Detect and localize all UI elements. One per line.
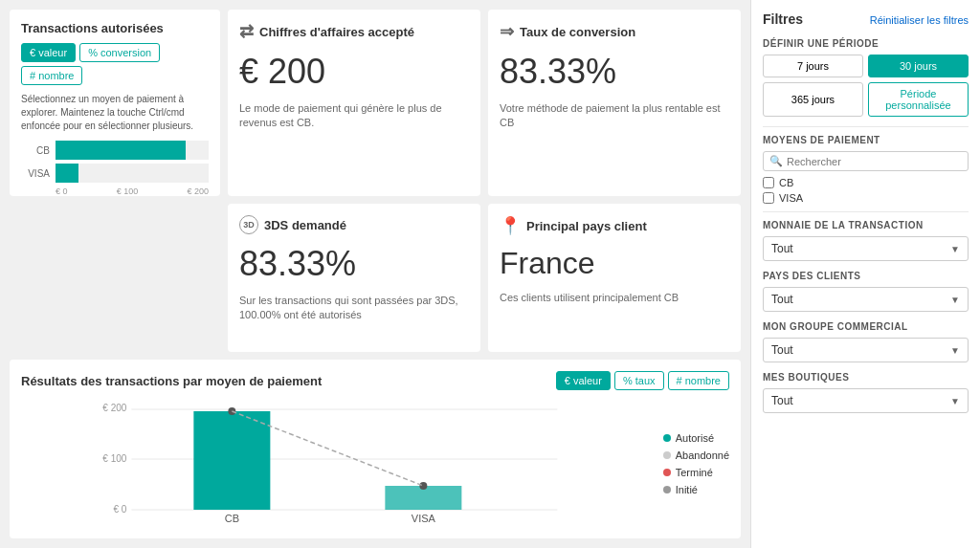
legend-abandonne: Abandonné [663, 449, 729, 461]
taux-title: ⇒ Taux de conversion [500, 21, 729, 42]
svg-text:CB: CB [225, 513, 239, 524]
group-select[interactable]: Tout ▼ [763, 338, 969, 362]
country-section-label: PAYS DES CLIENTS [763, 271, 969, 281]
country-arrow: ▼ [950, 295, 960, 305]
payment-search-box[interactable]: 🔍 [763, 151, 969, 171]
search-icon: 🔍 [769, 155, 783, 167]
chart-svg-container: € 200 € 100 € 0 [21, 400, 654, 527]
chart-controls: € valeur % taux # nombre [556, 371, 729, 390]
chart-rate-btn[interactable]: % taux [614, 371, 664, 390]
sidebar: Filtres Réinitialiser les filtres DÉFINI… [750, 0, 980, 548]
divider-2 [763, 211, 969, 212]
search-input[interactable] [787, 156, 962, 167]
group-arrow: ▼ [950, 345, 960, 356]
divider-1 [763, 126, 969, 127]
shops-section-label: MES BOUTIQUES [763, 372, 969, 383]
pays-title: 📍 Principal pays client [500, 215, 729, 236]
payment-visa-checkbox[interactable] [763, 192, 774, 204]
payment-cb-checkbox[interactable] [763, 177, 774, 188]
pays-value: France [500, 246, 729, 281]
chart-legend: Autorisé Abandonné Terminé Initié [663, 400, 729, 527]
taux-icon: ⇒ [500, 21, 514, 42]
country-value: Tout [771, 293, 793, 306]
mini-bar-chart: CB VISA € 0 € 100 € 200 [21, 141, 209, 196]
shops-select[interactable]: Tout ▼ [763, 388, 969, 413]
selection-description: Sélectionnez un moyen de paiement à expl… [21, 93, 209, 133]
pays-card: 📍 Principal pays client France Ces clien… [488, 204, 741, 352]
bottom-chart-title: Résultats des transactions par moyen de … [21, 374, 322, 388]
bottom-chart-header: Résultats des transactions par moyen de … [21, 371, 729, 390]
sidebar-header: Filtres Réinitialiser les filtres [763, 11, 969, 29]
bar-chart-svg: € 200 € 100 € 0 [21, 400, 654, 524]
bottom-chart-card: Résultats des transactions par moyen de … [10, 360, 741, 538]
payment-visa-item: VISA [763, 192, 969, 204]
filter-buttons: € valeur % conversion # nombre [21, 43, 209, 85]
legend-termine: Terminé [663, 467, 729, 478]
svg-text:€ 0: € 0 [113, 504, 126, 515]
chart-area: € 200 € 100 € 0 [21, 400, 729, 527]
tds-desc: Sur les transactions qui sont passées pa… [239, 294, 469, 323]
bar-cb [56, 141, 186, 160]
filter-conversion-btn[interactable]: % conversion [79, 43, 160, 62]
transactions-card: Transactions autorisées € valeur % conve… [10, 10, 220, 196]
group-section-label: MON GROUPE COMMERCIAL [763, 321, 969, 332]
currency-select[interactable]: Tout ▼ [763, 236, 969, 261]
tds-icon: 3D [239, 215, 258, 234]
currency-section-label: MONNAIE DE LA TRANSACTION [763, 220, 969, 230]
sidebar-title: Filtres [763, 11, 803, 27]
currency-value: Tout [771, 242, 793, 255]
currency-arrow: ▼ [950, 244, 960, 254]
payment-section-label: MOYENS DE PAIEMENT [763, 135, 969, 145]
period-section-label: DÉFINIR UNE PÉRIODE [763, 38, 969, 49]
legend-dot-autorise [663, 434, 671, 442]
legend-initie: Initié [663, 484, 729, 495]
tds-title: 3D 3DS demandé [239, 215, 469, 234]
svg-text:VISA: VISA [412, 513, 436, 524]
period-7-days[interactable]: 7 jours [763, 55, 863, 77]
chart-axis: € 0 € 100 € 200 [21, 186, 209, 196]
legend-dot-abandonne [663, 451, 671, 459]
payment-cb-item: CB [763, 177, 969, 188]
chart-count-btn[interactable]: # nombre [668, 371, 729, 390]
legend-dot-termine [663, 469, 671, 476]
pays-icon: 📍 [500, 215, 521, 236]
chiffres-desc: Le mode de paiement qui génère le plus d… [239, 101, 469, 131]
shops-arrow: ▼ [950, 396, 960, 406]
period-buttons: 7 jours 30 jours 365 jours Période perso… [763, 55, 969, 117]
filter-count-btn[interactable]: # nombre [21, 66, 82, 85]
pays-desc: Ces clients utilisent principalement CB [500, 291, 729, 305]
bar-row-cb: CB [21, 141, 209, 160]
svg-text:€ 100: € 100 [102, 453, 126, 464]
chiffres-title: ⇄ Chiffres d'affaires accepté [239, 21, 469, 42]
shops-value: Tout [771, 394, 793, 407]
transactions-card-title: Transactions autorisées [21, 21, 209, 35]
period-365-days[interactable]: 365 jours [763, 82, 863, 117]
group-value: Tout [771, 343, 793, 357]
period-custom[interactable]: Période personnalisée [868, 82, 969, 117]
filter-value-btn[interactable]: € valeur [21, 43, 76, 62]
bar-visa [56, 164, 78, 183]
period-30-days[interactable]: 30 jours [868, 55, 969, 77]
legend-dot-initie [663, 486, 671, 493]
chiffres-value: € 200 [239, 52, 469, 92]
sidebar-reset[interactable]: Réinitialiser les filtres [870, 14, 969, 26]
chiffres-card: ⇄ Chiffres d'affaires accepté € 200 Le m… [228, 10, 480, 196]
tds-card: 3D 3DS demandé 83.33% Sur les transactio… [228, 204, 480, 352]
chiffres-icon: ⇄ [239, 21, 254, 42]
svg-text:€ 200: € 200 [102, 403, 126, 413]
taux-desc: Votre méthode de paiement la plus rentab… [500, 101, 729, 131]
tds-value: 83.33% [239, 244, 469, 284]
chart-value-btn[interactable]: € valeur [556, 371, 611, 390]
legend-autorise: Autorisé [663, 432, 729, 444]
bar-row-visa: VISA [21, 164, 209, 183]
taux-value: 83.33% [500, 52, 729, 92]
cb-bar [193, 411, 270, 510]
country-select[interactable]: Tout ▼ [763, 287, 969, 312]
taux-card: ⇒ Taux de conversion 83.33% Votre méthod… [488, 10, 741, 196]
